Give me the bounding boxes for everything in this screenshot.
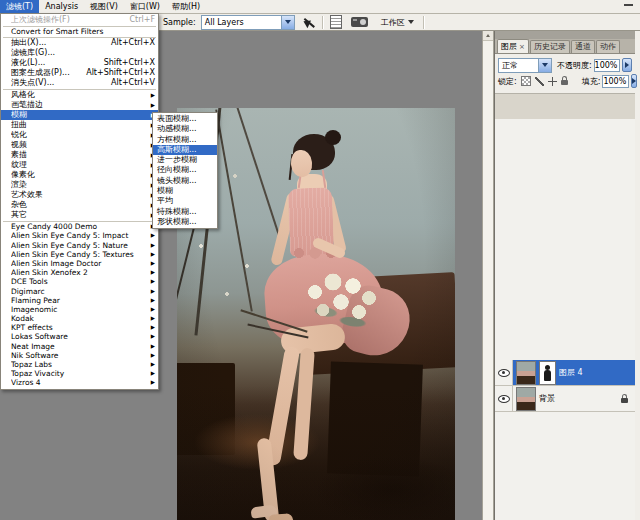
sample-dropdown[interactable]: All Layers xyxy=(201,15,295,30)
menubar-item[interactable]: 视图(V) xyxy=(84,0,124,13)
filter-menu-item[interactable]: Eye Candy 4000 Demo▶ xyxy=(1,222,158,231)
fill-slider-icon[interactable] xyxy=(631,74,637,88)
filter-menu-item[interactable]: 液化(L)...Shift+Ctrl+X xyxy=(1,58,158,68)
filter-menu: 上次滤镜操作(F)Ctrl+FConvert for Smart Filters… xyxy=(0,13,159,390)
filter-menu-item[interactable]: 上次滤镜操作(F)Ctrl+F xyxy=(1,15,158,25)
blur-submenu-item[interactable]: 模糊 xyxy=(153,186,217,196)
document-image[interactable] xyxy=(177,108,455,520)
layer-row[interactable]: 图层 4 xyxy=(495,360,635,386)
workspace-button[interactable]: 工作区 xyxy=(378,16,417,29)
tab-layers[interactable]: 图层× xyxy=(497,39,529,53)
layer-mask-thumbnail[interactable] xyxy=(539,361,556,385)
filter-menu-item[interactable]: 图案生成器(P)...Alt+Shift+Ctrl+X xyxy=(1,68,158,78)
visibility-cell[interactable] xyxy=(495,386,513,412)
filter-menu-item[interactable]: Alien Skin Image Doctor▶ xyxy=(1,259,158,268)
filter-menu-item[interactable]: Neat Image▶ xyxy=(1,342,158,351)
filter-menu-item[interactable]: Vizros 4▶ xyxy=(1,378,158,387)
lock-pixels-icon[interactable] xyxy=(535,77,544,86)
menu-item-label: 其它 xyxy=(11,210,148,220)
filter-menu-item[interactable]: Topaz Vivacity▶ xyxy=(1,369,158,378)
blend-mode-dropdown[interactable]: 正常 xyxy=(498,58,552,73)
filter-menu-item[interactable]: 视频▶ xyxy=(1,140,158,150)
fill-value[interactable]: 100% xyxy=(602,75,629,88)
blur-submenu-item[interactable]: 表面模糊... xyxy=(153,114,217,124)
filter-menu-item[interactable]: Topaz Labs▶ xyxy=(1,360,158,369)
scrollbar-up-icon[interactable] xyxy=(483,30,493,41)
filter-menu-item[interactable]: 锐化▶ xyxy=(1,130,158,140)
blur-submenu-item[interactable]: 形状模糊... xyxy=(153,217,217,227)
filter-menu-item[interactable]: Lokas Software▶ xyxy=(1,332,158,341)
blur-submenu-item[interactable]: 平均 xyxy=(153,196,217,206)
filter-menu-item[interactable]: 模糊▶ xyxy=(1,110,158,120)
tab-actions[interactable]: 动作 xyxy=(596,40,620,53)
blur-submenu-item[interactable]: 进一步模糊 xyxy=(153,155,217,165)
filter-menu-item[interactable]: KPT effects▶ xyxy=(1,323,158,332)
blur-submenu-item[interactable]: 镜头模糊... xyxy=(153,176,217,186)
filter-menu-item[interactable]: Alien Skin Xenofex 2▶ xyxy=(1,268,158,277)
filter-menu-item[interactable]: 杂色▶ xyxy=(1,200,158,210)
menu-item-label: Lokas Software xyxy=(11,332,148,341)
menu-item-label: Eye Candy 4000 Demo xyxy=(11,222,148,231)
filter-menu-item[interactable]: Alien Skin Eye Candy 5: Impact▶ xyxy=(1,231,158,240)
menubar-item[interactable]: 滤镜(T) xyxy=(0,0,39,13)
dropdown-arrow-icon[interactable] xyxy=(538,59,551,72)
tab-history[interactable]: 历史记录 xyxy=(530,40,570,53)
filter-menu-item[interactable]: 风格化▶ xyxy=(1,90,158,100)
filter-menu-item[interactable]: 其它▶ xyxy=(1,210,158,220)
menu-item-shortcut: Alt+Shift+Ctrl+X xyxy=(86,68,155,78)
sampling-ring-icon[interactable] xyxy=(303,16,316,29)
filter-menu-item[interactable]: 扭曲▶ xyxy=(1,120,158,130)
filter-menu-item[interactable]: Nik Software▶ xyxy=(1,351,158,360)
filter-menu-item[interactable]: 抽出(X)...Alt+Ctrl+X xyxy=(1,38,158,48)
filter-menu-item[interactable]: Digimarc▶ xyxy=(1,287,158,296)
bridge-icon[interactable] xyxy=(351,17,368,27)
menu-item-shortcut: Alt+Ctrl+X xyxy=(111,38,155,48)
filter-menu-item[interactable]: 艺术效果▶ xyxy=(1,190,158,200)
eye-icon[interactable] xyxy=(498,395,510,403)
menu-item-label: 艺术效果 xyxy=(11,190,148,200)
filter-menu-item[interactable]: 纹理▶ xyxy=(1,160,158,170)
filter-menu-item[interactable]: Alien Skin Eye Candy 5: Nature▶ xyxy=(1,241,158,250)
opacity-value[interactable]: 100% xyxy=(594,59,621,72)
layer-thumbnail[interactable] xyxy=(516,387,536,411)
layer-row-body[interactable]: 图层 4 xyxy=(513,360,635,386)
lock-position-icon[interactable] xyxy=(548,77,557,86)
filter-menu-item[interactable]: Kodak▶ xyxy=(1,314,158,323)
filter-menu-item[interactable]: Alien Skin Eye Candy 5: Textures▶ xyxy=(1,250,158,259)
filter-menu-item[interactable]: 滤镜库(G)... xyxy=(1,48,158,58)
menubar-item[interactable]: Analysis xyxy=(39,0,84,13)
blur-submenu-item[interactable]: 高斯模糊... xyxy=(153,145,217,155)
layer-thumbnail[interactable] xyxy=(516,361,536,385)
blur-submenu-item[interactable]: 方框模糊... xyxy=(153,135,217,145)
palette-well-icon[interactable] xyxy=(330,15,342,29)
eye-icon[interactable] xyxy=(498,369,510,377)
opacity-slider-icon[interactable] xyxy=(622,58,632,72)
minimize-icon[interactable] xyxy=(624,4,633,6)
filter-menu-item[interactable]: 消失点(V)...Alt+Ctrl+V xyxy=(1,78,158,88)
submenu-arrow-icon: ▶ xyxy=(148,259,155,268)
filter-menu-item[interactable]: Convert for Smart Filters xyxy=(1,27,158,36)
layer-row-body[interactable]: 背景 xyxy=(513,386,635,412)
menubar-item[interactable]: 窗口(W) xyxy=(124,0,166,13)
dropdown-arrow-icon[interactable] xyxy=(281,16,294,29)
document-scrollbar[interactable] xyxy=(482,30,494,520)
tab-close-icon[interactable]: × xyxy=(519,41,525,53)
layer-row[interactable]: 背景 xyxy=(495,386,635,412)
filter-menu-item[interactable]: 画笔描边▶ xyxy=(1,100,158,110)
blur-submenu-item[interactable]: 径向模糊... xyxy=(153,165,217,175)
layer-lock-cell xyxy=(621,395,628,403)
menubar-item[interactable]: 帮助(H) xyxy=(166,0,206,13)
filter-menu-item[interactable]: 渲染▶ xyxy=(1,180,158,190)
filter-menu-item[interactable]: Imagenomic▶ xyxy=(1,305,158,314)
blur-submenu-item[interactable]: 动感模糊... xyxy=(153,124,217,134)
menu-item-label: Flaming Pear xyxy=(11,296,148,305)
blur-submenu-item[interactable]: 特殊模糊... xyxy=(153,207,217,217)
visibility-cell[interactable] xyxy=(495,360,513,386)
filter-menu-item[interactable]: 素描▶ xyxy=(1,150,158,160)
filter-menu-item[interactable]: DCE Tools▶ xyxy=(1,277,158,286)
filter-menu-item[interactable]: 像素化▶ xyxy=(1,170,158,180)
lock-transparency-icon[interactable] xyxy=(521,76,531,86)
tab-channels[interactable]: 通道 xyxy=(571,40,595,53)
lock-all-icon[interactable] xyxy=(561,80,568,85)
filter-menu-item[interactable]: Flaming Pear▶ xyxy=(1,296,158,305)
